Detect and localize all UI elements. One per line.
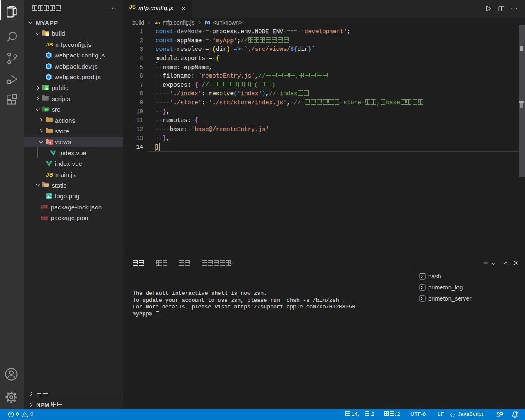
svg-text:JS: JS: [46, 171, 53, 177]
svg-text:JS: JS: [46, 41, 53, 47]
svg-text:JS: JS: [129, 4, 136, 10]
svg-text:JS: JS: [155, 21, 160, 25]
